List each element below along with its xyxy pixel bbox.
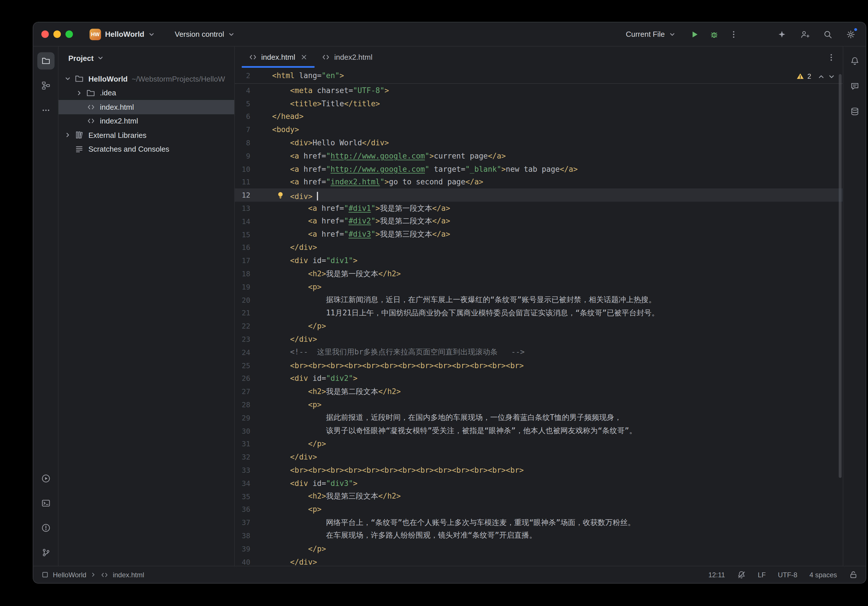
line-number[interactable]: 8 (235, 138, 272, 147)
project-panel-header[interactable]: Project (59, 47, 234, 70)
chevron-down-icon[interactable] (63, 75, 72, 84)
line-number[interactable]: 14 (235, 217, 272, 226)
code-line-15[interactable]: 15 <a href="#div3">我是第三段文本</a> (235, 228, 843, 241)
chevron-down-icon[interactable] (828, 73, 835, 80)
line-number[interactable]: 4 (235, 86, 272, 95)
code-line-22[interactable]: 22 </p> (235, 320, 843, 333)
notifications-muted-icon[interactable] (737, 570, 746, 579)
line-separator-widget[interactable]: LF (758, 571, 766, 579)
line-number[interactable]: 38 (235, 531, 272, 540)
database-tool-button[interactable] (846, 103, 863, 120)
line-number[interactable]: 27 (235, 387, 272, 396)
run-button[interactable] (687, 27, 702, 42)
ai-assistant-icon-button[interactable] (774, 27, 789, 42)
line-number[interactable]: 2 (235, 71, 272, 80)
line-number[interactable]: 9 (235, 152, 272, 160)
line-number[interactable]: 34 (235, 479, 272, 488)
line-number[interactable]: 18 (235, 269, 272, 278)
code-line-8[interactable]: 8 <div>Hello World</div> (235, 136, 843, 149)
more-actions-button[interactable] (726, 27, 741, 42)
code-line-4[interactable]: 4 <meta charset="UTF-8"> (235, 84, 843, 97)
line-number[interactable]: 13 (235, 204, 272, 213)
line-number[interactable]: 36 (235, 505, 272, 514)
readonly-lock-icon[interactable] (849, 570, 858, 579)
line-number[interactable]: 32 (235, 453, 272, 461)
line-number[interactable]: 23 (235, 335, 272, 343)
run-tool-button[interactable] (37, 470, 54, 487)
sticky-line[interactable]: 2<html lang="en"> (235, 68, 843, 84)
line-number[interactable]: 31 (235, 440, 272, 448)
code-lines[interactable]: 4 <meta charset="UTF-8">5 <title>Title</… (235, 84, 843, 566)
line-number[interactable]: 40 (235, 558, 272, 566)
tree-item-index2-html[interactable]: index2.html (59, 114, 234, 128)
ai-assistant-tool-button[interactable] (846, 78, 863, 95)
breadcrumb-project[interactable]: HelloWorld (53, 571, 87, 579)
line-number[interactable]: 17 (235, 256, 272, 265)
tree-item-idea[interactable]: .idea (59, 86, 234, 100)
code-line-35[interactable]: 35 <h2>我是第三段文本</h2> (235, 490, 843, 503)
breadcrumb-file[interactable]: index.html (113, 571, 144, 579)
line-number[interactable]: 20 (235, 295, 272, 304)
chevron-right-icon[interactable] (63, 131, 72, 140)
code-line-24[interactable]: 24 <!-- 这里我们用br多换点行来拉高页面空间直到出现滚动条 --> (235, 346, 843, 359)
tab-index2-html[interactable]: index2.html (315, 47, 380, 68)
line-number[interactable]: 24 (235, 348, 272, 357)
code-line-33[interactable]: 33 <br><br><br><br><br><br><br><br><br><… (235, 463, 843, 477)
code-line-14[interactable]: 14 <a href="#div2">我是第二段文本</a> (235, 215, 843, 228)
notifications-button[interactable] (846, 52, 863, 70)
line-number[interactable]: 5 (235, 99, 272, 108)
line-number[interactable]: 35 (235, 492, 272, 500)
line-number[interactable]: 25 (235, 361, 272, 370)
version-control-tool-button[interactable] (37, 544, 54, 561)
line-number[interactable]: 29 (235, 413, 272, 422)
debug-button[interactable] (707, 27, 722, 42)
project-tool-button[interactable] (37, 52, 54, 70)
line-number[interactable]: 28 (235, 400, 272, 409)
line-number[interactable]: 7 (235, 126, 272, 134)
code-line-13[interactable]: 13 <a href="#div1">我是第一段文本</a> (235, 202, 843, 215)
code-line-20[interactable]: 20 据珠江新闻消息，近日，在广州车展上一夜爆红的“条纹哥”账号显示已被封禁，相… (235, 294, 843, 307)
run-config-selector[interactable]: Current File (621, 28, 680, 41)
code-line-28[interactable]: 28 <p> (235, 398, 843, 411)
tree-item-index-html[interactable]: index.html (59, 100, 234, 114)
line-number[interactable]: 11 (235, 178, 272, 186)
project-widget[interactable]: HW HelloWorld (86, 26, 159, 42)
zoom-window-button[interactable] (65, 30, 73, 38)
tree-item-scratches[interactable]: Scratches and Consoles (59, 142, 234, 156)
code-line-27[interactable]: 27 <h2>我是第二段文本</h2> (235, 385, 843, 398)
line-number[interactable]: 19 (235, 283, 272, 291)
code-line-37[interactable]: 37 网络平台上，“条纹哥”也在个人账号上多次与车模连麦，重现“眼神杀”场面，收… (235, 516, 843, 529)
code-line-5[interactable]: 5 <title>Title</title> (235, 97, 843, 110)
chevron-up-icon[interactable] (817, 73, 825, 80)
tree-item-external-libraries[interactable]: External Libraries (59, 128, 234, 142)
line-number[interactable]: 10 (235, 165, 272, 173)
code-line-9[interactable]: 9 <a href="http://www.google.com">curren… (235, 149, 843, 163)
line-number[interactable]: 16 (235, 243, 272, 252)
code-editor[interactable]: 2<html lang="en"> 4 <meta charset="UTF-8… (235, 68, 843, 566)
code-line-18[interactable]: 18 <h2>我是第一段文本</h2> (235, 267, 843, 280)
more-tool-windows-button[interactable] (37, 102, 54, 119)
minimize-window-button[interactable] (53, 30, 61, 38)
code-line-21[interactable]: 21 11月21日上午，中国纺织品商业协会下属商业模特委员会留言证实该消息，“条… (235, 306, 843, 320)
code-line-36[interactable]: 36 <p> (235, 503, 843, 516)
problems-tool-button[interactable] (37, 519, 54, 536)
line-number[interactable]: 33 (235, 466, 272, 474)
tab-options-button[interactable] (827, 53, 836, 62)
close-icon[interactable] (301, 53, 308, 61)
line-number[interactable]: 15 (235, 230, 272, 239)
caret-position-widget[interactable]: 12:11 (708, 571, 725, 579)
line-number[interactable]: 30 (235, 426, 272, 435)
tab-index-html[interactable]: index.html (242, 47, 315, 68)
code-line-29[interactable]: 29 据此前报道，近段时间，在国内多地的车展现场，一位身着蓝白条纹T恤的男子频频… (235, 411, 843, 424)
code-line-26[interactable]: 26 <div id="div2"> (235, 372, 843, 385)
terminal-tool-button[interactable] (37, 494, 54, 512)
code-line-40[interactable]: 40 </div> (235, 555, 843, 566)
line-number[interactable]: 22 (235, 322, 272, 330)
code-line-38[interactable]: 38 在车展现场，许多路人纷纷围观，镜头对准“条纹哥”开启直播。 (235, 529, 843, 542)
code-line-31[interactable]: 31 </p> (235, 437, 843, 451)
code-line-17[interactable]: 17 <div id="div1"> (235, 254, 843, 267)
tree-item-helloworld-root[interactable]: HelloWorld ~/WebstormProjects/HelloW (59, 72, 234, 86)
editor-scrollbar[interactable] (837, 68, 843, 566)
vcs-widget[interactable]: Version control (171, 28, 239, 41)
code-line-30[interactable]: 30 该男子以奇怪眼神“凝视女模特”受关注，被指是“眼神杀”，他本人也被网友戏称… (235, 424, 843, 437)
